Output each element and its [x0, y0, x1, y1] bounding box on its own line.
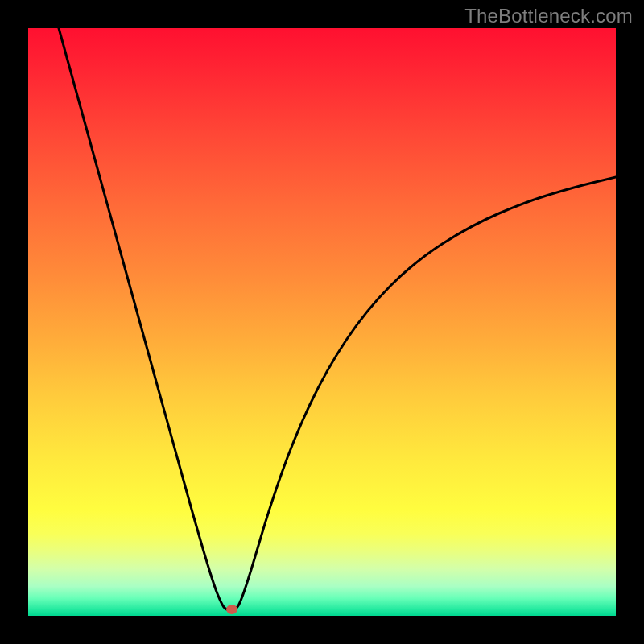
plot-area	[28, 28, 616, 616]
watermark-text: TheBottleneck.com	[464, 5, 633, 27]
chart-frame: TheBottleneck.com	[0, 0, 644, 644]
bottleneck-curve	[28, 28, 616, 616]
bottleneck-marker	[226, 605, 237, 614]
